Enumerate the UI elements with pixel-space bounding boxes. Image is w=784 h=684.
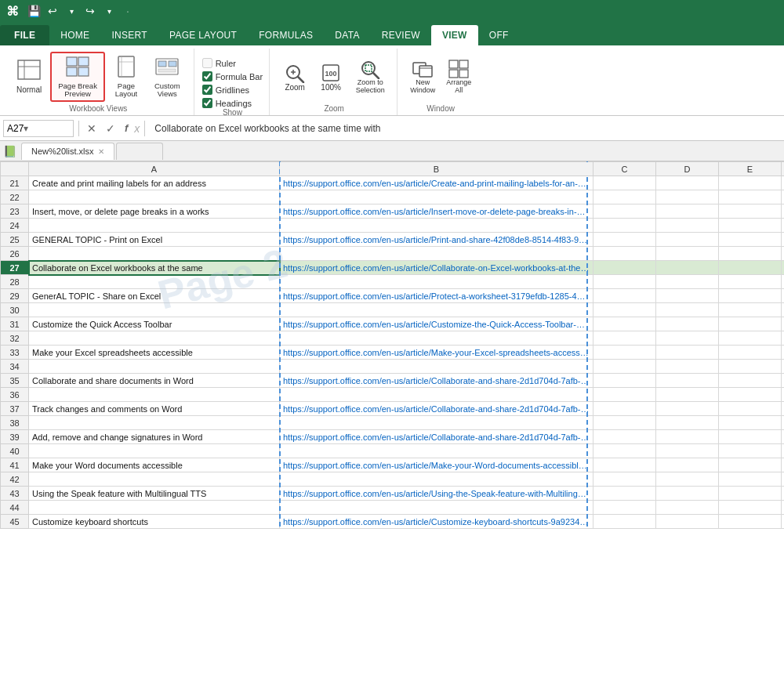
tab-file[interactable]: FILE [0,25,49,45]
cell-33-f[interactable] [782,346,785,360]
cell-22-d[interactable] [656,190,719,204]
cell-28-b[interactable] [280,275,593,289]
new-window-button[interactable]: NewWindow [405,52,440,102]
cell-37-f[interactable] [782,402,785,416]
cell-27-e[interactable] [719,261,782,275]
cell-43-f[interactable] [782,487,785,501]
row-header-28[interactable]: 28 [1,275,29,289]
cell-35-f[interactable] [782,374,785,388]
cell-24-b[interactable] [280,219,593,233]
cell-28-a[interactable] [29,275,280,289]
cell-32-f[interactable] [782,331,785,346]
row-header-45[interactable]: 45 [1,515,29,529]
cell-29-d[interactable] [656,289,719,303]
cell-44-f[interactable] [782,501,785,515]
cell-44-e[interactable] [719,501,782,515]
formula-bar-checkbox-label[interactable]: Formula Bar [202,71,263,81]
cell-24-e[interactable] [719,219,782,233]
row-header-35[interactable]: 35 [1,374,29,388]
custom-views-button[interactable]: CustomViews [147,52,187,102]
tab-off[interactable]: OFF [478,25,520,45]
formula-input[interactable] [150,120,781,137]
cell-34-d[interactable] [656,360,719,374]
sheet-tab-empty[interactable] [116,143,163,160]
row-header-32[interactable]: 32 [1,331,29,346]
cell-26-b[interactable] [280,247,593,261]
cell-40-e[interactable] [719,444,782,458]
cell-44-d[interactable] [656,501,719,515]
cell-21-f[interactable] [782,176,785,190]
cell-40-b[interactable] [280,444,593,458]
cell-38-c[interactable] [593,416,656,430]
cell-28-c[interactable] [593,275,656,289]
cell-39-b[interactable]: https://support.office.com/en-us/article… [280,430,593,444]
sheet-tab-main[interactable]: New%20list.xlsx ✕ [21,143,114,160]
cell-38-f[interactable] [782,416,785,430]
row-header-42[interactable]: 42 [1,472,29,487]
cell-32-e[interactable] [719,331,782,346]
tab-review[interactable]: REVIEW [371,25,431,45]
row-header-34[interactable]: 34 [1,360,29,374]
zoom-100-button[interactable]: 100 100% [314,52,348,102]
cell-34-f[interactable] [782,360,785,374]
cell-33-a[interactable]: Make your Excel spreadsheets accessible [29,346,280,360]
ruler-checkbox[interactable] [202,58,212,68]
row-header-44[interactable]: 44 [1,501,29,515]
name-box-dropdown[interactable]: ▾ [24,123,28,134]
cell-26-c[interactable] [593,247,656,261]
cell-25-d[interactable] [656,233,719,247]
save-button[interactable]: 💾 [25,2,42,20]
tab-view[interactable]: VIEW [431,25,478,45]
cell-42-b[interactable] [280,472,593,487]
cell-36-f[interactable] [782,388,785,402]
cell-35-a[interactable]: Collaborate and share documents in Word [29,374,280,388]
cell-34-a[interactable] [29,360,280,374]
cell-30-e[interactable] [719,303,782,317]
cell-35-b[interactable]: https://support.office.com/en-us/article… [280,374,593,388]
row-header-30[interactable]: 30 [1,303,29,317]
zoom-button[interactable]: Zoom [278,52,312,102]
cell-33-e[interactable] [719,346,782,360]
cell-41-c[interactable] [593,458,656,472]
cell-38-b[interactable] [280,416,593,430]
cell-27-b[interactable]: https://support.office.com/en-us/article… [280,261,593,275]
cell-43-a[interactable]: Using the Speak feature with Multilingua… [29,487,280,501]
cell-30-c[interactable] [593,303,656,317]
cell-24-d[interactable] [656,219,719,233]
cell-39-f[interactable] [782,430,785,444]
cell-29-c[interactable] [593,289,656,303]
row-header-36[interactable]: 36 [1,388,29,402]
row-header-39[interactable]: 39 [1,430,29,444]
cell-27-c[interactable] [593,261,656,275]
cell-44-c[interactable] [593,501,656,515]
row-header-29[interactable]: 29 [1,289,29,303]
row-header-24[interactable]: 24 [1,219,29,233]
col-header-a[interactable]: A [29,162,280,176]
cell-45-a[interactable]: Customize keyboard shortcuts [29,515,280,529]
tab-formulas[interactable]: FORMULAS [248,25,324,45]
ruler-checkbox-label[interactable]: Ruler [202,58,263,68]
cell-37-a[interactable]: Track changes and comments on Word [29,402,280,416]
cell-22-b[interactable] [280,190,593,204]
cell-21-c[interactable] [593,176,656,190]
cell-39-a[interactable]: Add, remove and change signatures in Wor… [29,430,280,444]
row-header-43[interactable]: 43 [1,487,29,501]
cell-23-a[interactable]: Insert, move, or delete page breaks in a… [29,204,280,219]
col-header-e[interactable]: E [719,162,782,176]
cell-23-c[interactable] [593,204,656,219]
cell-24-f[interactable] [782,219,785,233]
cell-44-b[interactable] [280,501,593,515]
cell-45-d[interactable] [656,515,719,529]
zoom-selection-button[interactable]: Zoom toSelection [350,52,390,102]
tab-data[interactable]: DATA [324,25,370,45]
cell-35-e[interactable] [719,374,782,388]
undo-dropdown-button[interactable]: ▾ [63,2,80,20]
cell-25-e[interactable] [719,233,782,247]
cell-36-b[interactable] [280,388,593,402]
cell-27-d[interactable] [656,261,719,275]
cell-28-d[interactable] [656,275,719,289]
normal-view-button[interactable]: Normal [9,52,49,102]
cell-29-a[interactable]: GenerAL TOPIC - Share on Excel [29,289,280,303]
cell-24-a[interactable] [29,219,280,233]
tab-home[interactable]: HOME [49,25,100,45]
